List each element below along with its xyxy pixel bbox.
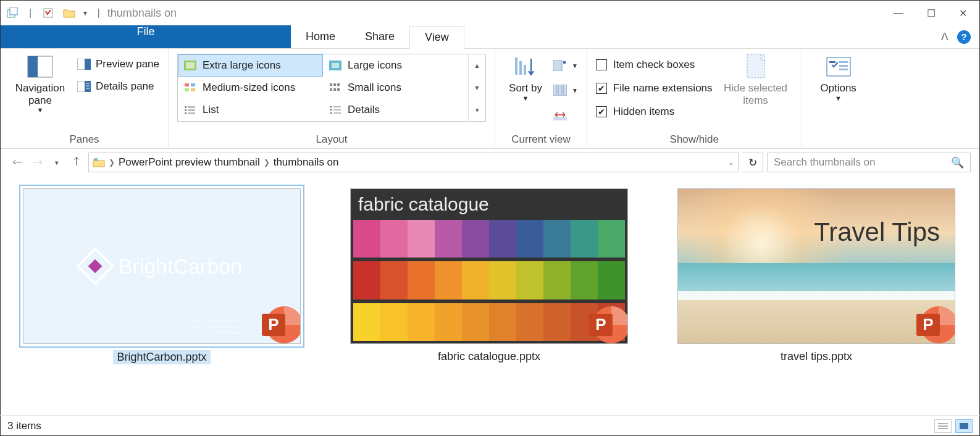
file-item[interactable]: fabric catalogue P fabric catalogue.pptx xyxy=(344,188,634,405)
svg-rect-20 xyxy=(330,83,332,86)
svg-rect-15 xyxy=(332,63,339,68)
checkbox-unchecked-icon xyxy=(596,59,607,70)
tab-file[interactable]: File xyxy=(1,25,291,48)
tab-home[interactable]: Home xyxy=(291,25,350,48)
chevron-down-icon: ▼ xyxy=(572,62,578,69)
tab-share[interactable]: Share xyxy=(350,25,409,48)
svg-rect-39 xyxy=(519,61,522,75)
svg-rect-30 xyxy=(185,112,186,114)
group-current-view: Sort by ▼ ▼ ▼ Current view xyxy=(495,49,587,148)
layout-large-icons[interactable]: Large icons xyxy=(323,54,468,77)
size-columns-button[interactable] xyxy=(553,104,578,125)
help-icon[interactable]: ? xyxy=(957,30,971,44)
minimize-button[interactable]: — xyxy=(894,7,903,19)
forward-button[interactable]: 🡒 xyxy=(29,154,45,170)
separator: | xyxy=(97,7,99,19)
file-thumbnail: fabric catalogue P xyxy=(350,188,628,344)
navigation-pane-button[interactable]: Navigation pane ▼ xyxy=(9,54,71,114)
svg-rect-24 xyxy=(333,88,336,91)
sort-by-button[interactable]: Sort by ▼ xyxy=(504,54,547,102)
hidden-items-toggle[interactable]: ✔Hidden items xyxy=(596,101,713,123)
preview-pane-button[interactable]: Preview pane xyxy=(77,54,159,75)
file-name: travel tips.pptx xyxy=(781,350,852,363)
svg-rect-28 xyxy=(185,109,186,111)
qat-dropdown-icon[interactable]: ▾ xyxy=(83,9,87,17)
chevron-right-icon[interactable]: ❯ xyxy=(109,158,115,167)
small-icons-icon xyxy=(329,83,341,93)
svg-rect-27 xyxy=(188,106,195,108)
svg-text:P: P xyxy=(923,315,933,333)
quick-access-toolbar: | ▾ | xyxy=(6,6,103,20)
layout-extra-large-icons[interactable]: Extra large icons xyxy=(178,54,323,77)
recent-locations-icon[interactable]: ▾ xyxy=(49,154,65,170)
layout-medium-icons[interactable]: Medium-sized icons xyxy=(178,77,323,99)
breadcrumb-item[interactable]: PowerPoint preview thumbnail xyxy=(119,156,260,169)
svg-rect-46 xyxy=(553,117,567,120)
file-item[interactable]: BrightCarbon www.brightcarbon.cominfo@br… xyxy=(17,188,307,405)
sort-by-label: Sort by xyxy=(509,82,542,94)
medium-icons-icon xyxy=(184,83,196,93)
svg-rect-47 xyxy=(747,54,764,78)
slide-title: fabric catalogue xyxy=(358,194,489,215)
chevron-down-icon[interactable]: ⌄ xyxy=(728,158,734,167)
options-icon xyxy=(826,54,852,80)
options-button[interactable]: Options ▼ xyxy=(811,54,866,102)
group-panes: Navigation pane ▼ Preview pane Details p… xyxy=(1,49,169,148)
search-placeholder: Search thumbnails on xyxy=(774,156,951,169)
chevron-down-icon: ▼ xyxy=(522,94,529,103)
details-view-button[interactable] xyxy=(934,419,952,433)
svg-rect-38 xyxy=(515,57,517,75)
breadcrumb-item[interactable]: thumbnails on xyxy=(274,156,339,169)
folder-icon[interactable] xyxy=(62,6,76,20)
svg-rect-51 xyxy=(839,65,848,67)
layout-expand[interactable]: ▾ xyxy=(468,99,485,121)
layout-scroll-up[interactable]: ▲ xyxy=(468,54,485,77)
layout-small-icons[interactable]: Small icons xyxy=(323,77,468,99)
svg-rect-53 xyxy=(94,158,98,161)
item-checkboxes-toggle[interactable]: Item check boxes xyxy=(596,54,713,76)
file-extensions-toggle[interactable]: ✔File name extensions xyxy=(596,77,713,99)
svg-rect-25 xyxy=(337,88,340,91)
search-box[interactable]: Search thumbnails on 🔍 xyxy=(767,153,971,172)
svg-rect-66 xyxy=(960,423,968,429)
group-by-button[interactable]: ▼ xyxy=(553,55,578,76)
file-thumbnail: Travel Tips P xyxy=(677,188,955,344)
new-window-icon[interactable] xyxy=(6,6,19,20)
address-bar[interactable]: ❯ PowerPoint preview thumbnail ❯ thumbna… xyxy=(88,153,739,172)
large-icons-icon xyxy=(329,61,341,70)
layout-details[interactable]: Details xyxy=(323,99,468,121)
group-label: Current view xyxy=(504,131,578,146)
ribbon: Navigation pane ▼ Preview pane Details p… xyxy=(1,49,979,149)
navigation-pane-icon xyxy=(27,54,53,80)
search-icon: 🔍 xyxy=(951,156,964,169)
maximize-button[interactable]: ☐ xyxy=(927,7,936,19)
svg-rect-18 xyxy=(185,88,189,91)
thumbnails-view-button[interactable] xyxy=(955,419,973,433)
back-button[interactable]: 🡐 xyxy=(9,154,25,170)
group-label: Panes xyxy=(9,131,159,146)
layout-scroll-down[interactable]: ▼ xyxy=(468,77,485,99)
svg-rect-49 xyxy=(829,61,836,63)
close-button[interactable]: ✕ xyxy=(959,7,967,19)
chevron-down-icon: ▼ xyxy=(572,87,578,94)
svg-rect-22 xyxy=(337,83,340,86)
preview-pane-label: Preview pane xyxy=(96,58,159,70)
group-label: Show/hide xyxy=(596,131,793,146)
checkbox-checked-icon: ✔ xyxy=(596,106,607,117)
refresh-button[interactable]: ↻ xyxy=(742,153,763,172)
collapse-ribbon-icon[interactable]: ᐱ xyxy=(941,30,949,43)
tab-view[interactable]: View xyxy=(409,26,464,49)
layout-list[interactable]: List xyxy=(178,99,323,121)
svg-rect-43 xyxy=(553,85,557,96)
up-button[interactable]: 🡑 xyxy=(69,154,85,170)
properties-icon[interactable] xyxy=(41,6,55,20)
add-columns-button[interactable]: ▼ xyxy=(553,80,578,101)
hide-selected-icon xyxy=(743,54,769,80)
list-icon xyxy=(184,105,196,115)
details-pane-button[interactable]: Details pane xyxy=(77,76,159,97)
chevron-right-icon[interactable]: ❯ xyxy=(264,158,270,167)
hide-selected-button[interactable]: Hide selected items xyxy=(719,54,793,106)
svg-rect-31 xyxy=(188,112,195,114)
file-item[interactable]: Travel Tips P travel tips.pptx xyxy=(671,188,961,405)
svg-rect-16 xyxy=(185,83,189,86)
